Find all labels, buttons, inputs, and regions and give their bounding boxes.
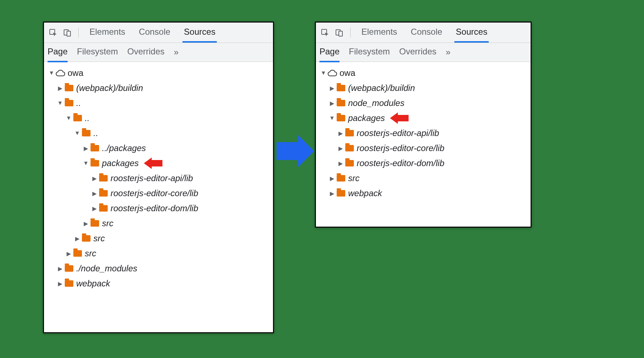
tree-row[interactable]: ▶webpack xyxy=(318,186,528,201)
tree-item-label: .. xyxy=(76,98,81,108)
tree-row[interactable]: ▼.. xyxy=(46,96,271,111)
tree-row[interactable]: ▶./node_modules xyxy=(46,261,271,276)
chevron-right-icon[interactable]: ▶ xyxy=(329,175,335,182)
chevron-right-icon[interactable]: ▶ xyxy=(57,265,63,272)
toolbar-separator xyxy=(350,28,351,38)
tree-row[interactable]: ▶roosterjs-editor-core/lib xyxy=(318,141,528,156)
more-tabs-icon[interactable]: » xyxy=(446,47,448,57)
tree-row[interactable]: ▼.. xyxy=(46,111,271,126)
device-toggle-icon[interactable] xyxy=(334,27,345,38)
tree-row[interactable]: ▶../packages xyxy=(46,141,271,156)
subtab-page[interactable]: Page xyxy=(48,42,68,62)
tree-item-label: webpack xyxy=(348,188,382,198)
chevron-right-icon[interactable]: ▶ xyxy=(74,235,80,242)
tree-row[interactable]: ▼packages xyxy=(46,156,271,171)
chevron-down-icon[interactable]: ▼ xyxy=(48,70,55,76)
inspect-icon[interactable] xyxy=(319,27,330,38)
tree-row[interactable]: ▶webpack xyxy=(46,276,271,291)
tree-item-label: owa xyxy=(340,68,355,78)
folder-icon xyxy=(336,115,346,121)
subtab-filesystem[interactable]: Filesystem xyxy=(349,42,390,62)
tree-item-label: .. xyxy=(85,113,89,123)
chevron-down-icon[interactable]: ▼ xyxy=(74,130,80,136)
devtools-panel-before: Elements Console Sources Page Filesystem… xyxy=(43,21,274,333)
tree-row[interactable]: ▶roosterjs-editor-dom/lib xyxy=(318,156,528,171)
more-label: » xyxy=(174,47,176,57)
subtab-overrides[interactable]: Overrides xyxy=(127,42,165,62)
tree-item-label: roosterjs-editor-core/lib xyxy=(111,188,198,198)
tree-row[interactable]: ▶roosterjs-editor-api/lib xyxy=(318,126,528,141)
tree-row[interactable]: ▼.. xyxy=(46,126,271,141)
tree-row[interactable]: ▼packages xyxy=(318,111,528,126)
transition-arrow-icon xyxy=(277,135,314,167)
tab-console[interactable]: Console xyxy=(409,23,444,43)
tree-item-label: roosterjs-editor-api/lib xyxy=(111,173,193,183)
tab-sources[interactable]: Sources xyxy=(182,23,217,43)
source-tree-before: ▼owa▶(webpack)/buildin▼..▼..▼..▶../packa… xyxy=(44,62,273,332)
chevron-right-icon[interactable]: ▶ xyxy=(329,85,335,92)
chevron-right-icon[interactable]: ▶ xyxy=(337,160,344,167)
chevron-down-icon[interactable]: ▼ xyxy=(57,100,63,106)
tree-item-label: (webpack)/buildin xyxy=(76,83,143,93)
devtools-panel-after: Elements Console Sources Page Filesystem… xyxy=(315,21,532,228)
tree-row[interactable]: ▼owa xyxy=(46,66,271,81)
tree-row[interactable]: ▶(webpack)/buildin xyxy=(46,81,271,96)
tree-item-label: roosterjs-editor-api/lib xyxy=(357,128,439,138)
folder-icon xyxy=(90,145,100,151)
chevron-right-icon[interactable]: ▶ xyxy=(329,190,335,197)
tree-row[interactable]: ▶src xyxy=(318,171,528,186)
chevron-right-icon[interactable]: ▶ xyxy=(91,190,98,197)
tree-item-label: ../packages xyxy=(102,143,146,153)
inspect-icon[interactable] xyxy=(48,27,58,38)
folder-icon xyxy=(98,175,108,182)
chevron-right-icon[interactable]: ▶ xyxy=(65,250,72,257)
chevron-right-icon[interactable]: ▶ xyxy=(57,280,63,287)
chevron-right-icon[interactable]: ▶ xyxy=(329,100,335,107)
svg-rect-2 xyxy=(67,31,70,36)
folder-icon xyxy=(90,220,100,227)
folder-icon xyxy=(73,250,83,257)
tree-row[interactable]: ▶roosterjs-editor-api/lib xyxy=(46,171,271,186)
tree-row[interactable]: ▶roosterjs-editor-core/lib xyxy=(46,186,271,201)
chevron-down-icon[interactable]: ▼ xyxy=(83,160,89,166)
toolbar: Elements Console Sources xyxy=(44,23,273,43)
tree-row[interactable]: ▶src xyxy=(46,216,271,231)
tab-elements[interactable]: Elements xyxy=(360,23,399,43)
chevron-down-icon[interactable]: ▼ xyxy=(65,115,72,121)
chevron-right-icon[interactable]: ▶ xyxy=(91,175,98,182)
chevron-down-icon[interactable]: ▼ xyxy=(320,70,327,76)
more-tabs-icon[interactable]: » xyxy=(174,47,176,57)
chevron-right-icon[interactable]: ▶ xyxy=(57,85,63,92)
folder-icon xyxy=(64,280,74,287)
subtab-page[interactable]: Page xyxy=(319,42,340,62)
toolbar-separator xyxy=(78,28,79,38)
tab-console[interactable]: Console xyxy=(137,23,172,43)
chevron-right-icon[interactable]: ▶ xyxy=(83,145,89,152)
svg-rect-5 xyxy=(339,31,342,36)
chevron-right-icon[interactable]: ▶ xyxy=(337,145,344,152)
chevron-right-icon[interactable]: ▶ xyxy=(91,205,98,212)
tab-label: Sources xyxy=(184,27,215,37)
tree-row[interactable]: ▶node_modules xyxy=(318,96,528,111)
chevron-right-icon[interactable]: ▶ xyxy=(83,220,89,227)
highlight-arrow-icon xyxy=(390,112,409,124)
tree-row[interactable]: ▶roosterjs-editor-dom/lib xyxy=(46,201,271,216)
tab-elements[interactable]: Elements xyxy=(88,23,127,43)
subtab-label: Page xyxy=(48,47,68,57)
chevron-down-icon[interactable]: ▼ xyxy=(329,115,335,121)
tree-row[interactable]: ▼owa xyxy=(318,66,528,81)
tree-item-label: src xyxy=(102,218,113,228)
tree-row[interactable]: ▶(webpack)/buildin xyxy=(318,81,528,96)
tab-label: Sources xyxy=(456,27,487,37)
device-toggle-icon[interactable] xyxy=(62,27,73,38)
subtab-filesystem[interactable]: Filesystem xyxy=(77,42,118,62)
folder-icon xyxy=(64,85,74,91)
folder-icon xyxy=(81,130,91,136)
subtab-overrides[interactable]: Overrides xyxy=(399,42,436,62)
tree-row[interactable]: ▶src xyxy=(46,231,271,246)
folder-icon xyxy=(98,205,108,212)
chevron-right-icon[interactable]: ▶ xyxy=(337,130,344,137)
tree-row[interactable]: ▶src xyxy=(46,246,271,261)
tree-item-label: node_modules xyxy=(348,98,404,108)
tab-sources[interactable]: Sources xyxy=(454,23,489,43)
